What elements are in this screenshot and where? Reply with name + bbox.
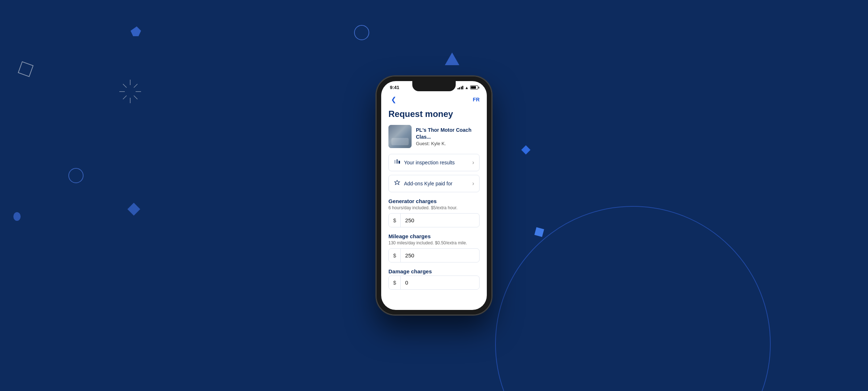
svg-marker-4	[445, 52, 459, 65]
mileage-desc: 130 miles/day included. $0.50/extra mile…	[388, 240, 480, 245]
menu-item-left: Your inspection results	[394, 159, 455, 167]
generator-label: Generator charges	[388, 198, 480, 204]
back-chevron-icon: ❮	[391, 96, 396, 104]
svg-rect-10	[535, 227, 544, 237]
language-button[interactable]: FR	[473, 97, 480, 102]
damage-charges-section: Damage charges $ 0	[388, 268, 480, 290]
vehicle-name: PL's Thor Motor Coach Clas...	[416, 127, 480, 140]
svg-rect-8	[521, 145, 530, 154]
signal-bars-icon	[458, 86, 464, 89]
svg-point-1	[354, 25, 369, 40]
svg-point-0	[495, 206, 770, 391]
vehicle-image	[388, 125, 412, 148]
nav-bar: ❮ FR	[388, 92, 480, 109]
mileage-charges-section: Mileage charges 130 miles/day included. …	[388, 233, 480, 262]
battery-icon	[470, 85, 478, 89]
phone-device: 9:41 ▲	[376, 76, 492, 315]
svg-line-17	[134, 84, 137, 88]
generator-currency: $	[389, 214, 401, 227]
svg-rect-6	[18, 62, 33, 76]
svg-point-7	[13, 212, 21, 221]
generator-input[interactable]: $ 250	[388, 213, 480, 227]
svg-line-16	[134, 96, 137, 99]
phone-frame: 9:41 ▲	[376, 76, 492, 315]
inspection-label: Your inspection results	[404, 160, 455, 165]
vehicle-info: PL's Thor Motor Coach Clas... Guest: Kyl…	[416, 127, 480, 146]
svg-point-2	[69, 168, 83, 183]
svg-line-15	[123, 84, 127, 88]
svg-rect-21	[399, 161, 400, 164]
inspection-results-item[interactable]: Your inspection results ›	[388, 154, 480, 171]
phone-screen: 9:41 ▲	[381, 81, 487, 310]
generator-desc: 6 hours/day included. $5/extra hour.	[388, 205, 480, 210]
mileage-currency: $	[389, 249, 401, 262]
mileage-value[interactable]: 250	[401, 249, 479, 262]
status-time: 9:41	[390, 85, 399, 90]
back-button[interactable]: ❮	[388, 94, 399, 105]
vehicle-card: PL's Thor Motor Coach Clas... Guest: Kyl…	[388, 125, 480, 148]
page-title: Request money	[388, 109, 480, 119]
addons-label: Add-ons Kyle paid for	[404, 181, 452, 186]
svg-rect-5	[127, 203, 140, 215]
damage-input[interactable]: $ 0	[388, 276, 480, 290]
generator-value[interactable]: 250	[401, 214, 479, 227]
damage-value[interactable]: 0	[401, 276, 479, 289]
vehicle-guest: Guest: Kyle K.	[416, 141, 480, 146]
generator-charges-section: Generator charges 6 hours/day included. …	[388, 198, 480, 227]
svg-line-18	[123, 96, 127, 99]
svg-marker-3	[131, 26, 141, 36]
addons-icon	[394, 180, 400, 188]
mileage-label: Mileage charges	[388, 233, 480, 239]
inspection-icon	[394, 159, 400, 167]
vehicle-img-inner	[388, 125, 412, 148]
phone-notch	[412, 81, 456, 91]
addons-chevron-icon: ›	[472, 180, 474, 187]
damage-label: Damage charges	[388, 268, 480, 274]
mileage-input[interactable]: $ 250	[388, 248, 480, 262]
svg-rect-19	[394, 160, 396, 164]
inspection-chevron-icon: ›	[472, 159, 474, 166]
svg-rect-20	[396, 159, 398, 164]
app-content: ❮ FR Request money PL's Thor Motor Coach…	[381, 92, 487, 306]
wifi-icon: ▲	[465, 85, 469, 90]
addons-item[interactable]: Add-ons Kyle paid for ›	[388, 175, 480, 192]
menu-item-left-addons: Add-ons Kyle paid for	[394, 180, 452, 188]
damage-currency: $	[389, 276, 401, 289]
status-icons: ▲	[458, 85, 478, 90]
